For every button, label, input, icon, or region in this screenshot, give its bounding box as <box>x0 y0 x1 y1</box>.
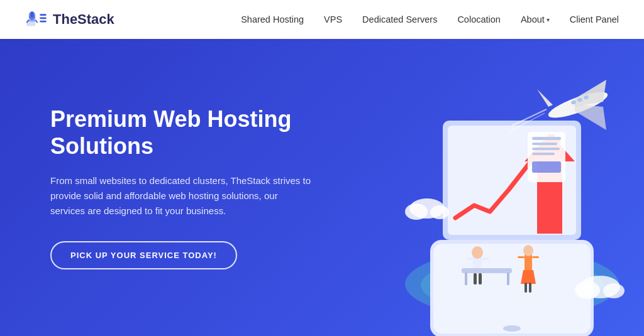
svg-marker-33 <box>521 270 536 284</box>
svg-rect-34 <box>525 283 527 293</box>
svg-point-13 <box>503 325 521 332</box>
hero-title: Premium Web Hosting Solutions <box>50 106 327 160</box>
navbar: TheStack Shared Hosting VPS Dedicated Se… <box>0 0 644 39</box>
svg-point-42 <box>405 203 428 220</box>
svg-rect-40 <box>507 273 509 285</box>
svg-point-45 <box>575 281 600 299</box>
hero-content: Premium Web Hosting Solutions From small… <box>0 106 327 269</box>
hero-description: From small websites to dedicated cluster… <box>50 173 314 219</box>
svg-rect-22 <box>532 148 560 150</box>
illustration-svg <box>317 39 644 336</box>
svg-point-43 <box>430 205 449 219</box>
nav-item-client-panel: Client Panel <box>570 14 619 25</box>
hero-illustration <box>317 39 644 336</box>
hero-section: Premium Web Hosting Solutions From small… <box>0 39 644 336</box>
nav-item-about: About ▾ <box>521 14 550 24</box>
brand-name: TheStack <box>53 11 114 28</box>
svg-rect-30 <box>482 257 489 260</box>
svg-point-3 <box>30 12 33 18</box>
svg-rect-39 <box>465 273 467 285</box>
svg-marker-50 <box>537 89 553 107</box>
svg-rect-31 <box>525 254 532 271</box>
svg-rect-21 <box>532 143 557 145</box>
chevron-down-icon: ▾ <box>547 16 550 23</box>
logo-icon <box>25 11 48 28</box>
svg-marker-48 <box>575 80 606 107</box>
nav-item-dedicated-servers: Dedicated Servers <box>362 14 437 25</box>
svg-rect-6 <box>40 14 47 16</box>
svg-point-26 <box>472 246 483 259</box>
svg-rect-24 <box>532 161 561 173</box>
svg-rect-37 <box>532 256 539 258</box>
svg-rect-28 <box>479 273 482 285</box>
logo-link[interactable]: TheStack <box>25 11 114 28</box>
svg-rect-29 <box>467 257 474 260</box>
svg-rect-12 <box>433 244 591 333</box>
nav-link-client-panel[interactable]: Client Panel <box>570 14 619 24</box>
nav-links: Shared Hosting VPS Dedicated Servers Col… <box>241 14 619 25</box>
svg-rect-23 <box>532 153 555 155</box>
nav-link-colocation[interactable]: Colocation <box>457 14 501 24</box>
nav-link-vps[interactable]: VPS <box>324 14 342 24</box>
nav-link-dedicated-servers[interactable]: Dedicated Servers <box>362 14 437 24</box>
svg-rect-27 <box>474 273 477 285</box>
svg-rect-38 <box>462 268 512 273</box>
svg-rect-35 <box>529 283 531 293</box>
svg-rect-8 <box>40 21 47 23</box>
svg-point-32 <box>523 245 533 256</box>
hero-cta-button[interactable]: PICK UP YOUR SERVICE TODAY! <box>50 241 237 269</box>
nav-item-colocation: Colocation <box>457 14 501 25</box>
svg-line-5 <box>35 20 38 23</box>
svg-rect-36 <box>518 256 525 258</box>
nav-item-vps: VPS <box>324 14 342 25</box>
svg-point-46 <box>603 283 625 298</box>
svg-rect-7 <box>40 18 47 19</box>
svg-rect-20 <box>532 137 561 140</box>
nav-link-shared-hosting[interactable]: Shared Hosting <box>241 14 304 24</box>
nav-link-about[interactable]: About ▾ <box>521 14 550 24</box>
nav-item-shared-hosting: Shared Hosting <box>241 14 304 25</box>
